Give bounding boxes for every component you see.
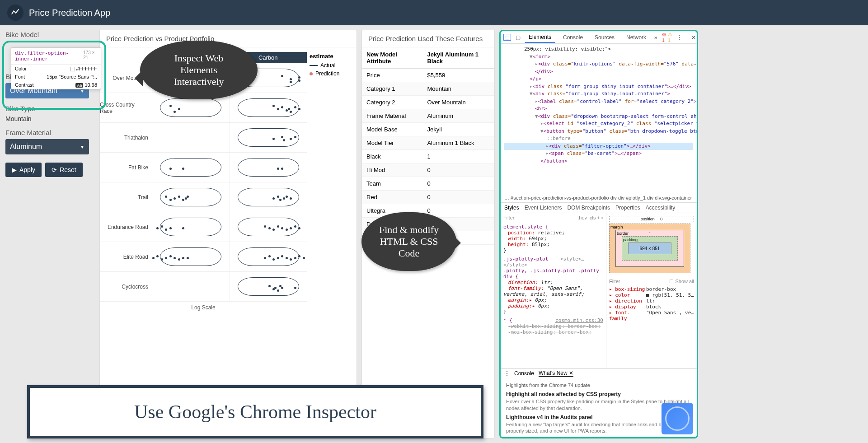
features-th-attribute: New Model Attribute: [362, 47, 422, 69]
annotation-banner: Use Google's Chrome Inspector: [27, 385, 483, 438]
chart-legend: estimate Actual Prediction: [307, 47, 357, 438]
subtab-styles[interactable]: Styles: [504, 205, 519, 211]
chart-row-label: Cyclocross: [100, 272, 152, 301]
table-row: Category 2Over Mountain: [362, 96, 494, 109]
devtools-dom-tree[interactable]: 250px; visibility: visible;"> ▼<form> ▸<…: [501, 44, 697, 193]
inspect-icon[interactable]: ⬚: [503, 34, 511, 41]
label-frame-material: Frame Material: [5, 129, 89, 136]
table-row: Red0: [362, 191, 494, 204]
chart-row-label: Trail: [100, 182, 152, 212]
x-axis-label: Log Scale: [100, 302, 307, 313]
styles-pane[interactable]: Filter:hov .cls + ▫ element.style { posi…: [501, 213, 606, 368]
annotation-bubble-modify: Find & modify HTML & CSS Code: [361, 212, 456, 271]
reset-button[interactable]: ⟳ Reset: [45, 163, 83, 177]
table-row: Hi Mod0: [362, 163, 494, 177]
label-bike-type: Bike Type: [5, 105, 89, 112]
chart-plot[interactable]: Aluminum Carbon Over MountainCross Count…: [100, 47, 307, 438]
devtools-toolbar: ⬚ ▢ Elements Console Sources Network » ⊗…: [501, 31, 697, 44]
computed-pane[interactable]: position 0 margin- border- padding- 694 …: [606, 213, 697, 368]
table-row: Frame MaterialAluminum: [362, 109, 494, 123]
dropdown-frame-material[interactable]: Aluminum ▼: [5, 139, 89, 154]
features-th-model: Jekyll Aluminum 1 Black: [422, 47, 494, 69]
value-bike-type: Mountain: [5, 115, 89, 122]
tab-console[interactable]: Console: [559, 33, 586, 42]
devtools-panel: ⬚ ▢ Elements Console Sources Network » ⊗…: [499, 30, 698, 438]
tab-network[interactable]: Network: [623, 33, 650, 42]
tab-elements[interactable]: Elements: [525, 32, 555, 43]
chart-row-label: Endurance Road: [100, 212, 152, 242]
subtab-accessibility[interactable]: Accessibility: [646, 205, 675, 211]
app-header: Price Prediction App: [0, 0, 868, 25]
table-row: Category 1Mountain: [362, 82, 494, 96]
chart-row-label: Triathalon: [100, 123, 152, 152]
app-logo-icon: [7, 5, 23, 21]
app-title: Price Prediction App: [29, 8, 110, 18]
more-tabs-icon[interactable]: »: [654, 34, 657, 41]
caret-icon: ▼: [80, 145, 84, 149]
console-drawer-bar[interactable]: ⋮ Console What's New ✕: [501, 368, 697, 378]
tab-sources[interactable]: Sources: [591, 33, 618, 42]
inspect-tooltip: div.filter-option-inner-inner173 × 21 Co…: [11, 47, 101, 89]
features-title: Price Prediction Used These Features: [362, 30, 494, 47]
table-row: Team0: [362, 177, 494, 191]
device-icon[interactable]: ▢: [516, 34, 521, 41]
dropdown-frame-material-value: Aluminum: [10, 143, 42, 151]
chart-row-label: Cross Country Race: [100, 93, 152, 122]
devtools-close-icon[interactable]: ✕: [690, 34, 698, 41]
subtab-event-listeners[interactable]: Event Listeners: [525, 205, 562, 211]
annotation-bubble-inspect: Inspect Web Elements Interactively: [140, 41, 258, 99]
whats-new-icon: [662, 403, 693, 434]
devtools-subtabs: Styles Event Listeners DOM Breakpoints P…: [501, 203, 697, 213]
chart-row-label: Elite Road: [100, 242, 152, 271]
warning-badge[interactable]: ⚠ 1: [668, 32, 672, 43]
box-model: margin- border- padding- 694 × 851: [609, 224, 690, 273]
table-row: Model TierAluminum 1 Black: [362, 136, 494, 150]
table-row: Model BaseJekyll: [362, 123, 494, 136]
error-badge[interactable]: ⊗ 1: [662, 32, 666, 43]
chart-row-label: Fat Bike: [100, 153, 152, 182]
devtools-menu-icon[interactable]: ⋮: [677, 34, 682, 41]
subtab-properties[interactable]: Properties: [615, 205, 640, 211]
subtab-dom-breakpoints[interactable]: DOM Breakpoints: [567, 205, 610, 211]
whats-new-panel: Highlights from the Chrome 74 update Hig…: [501, 378, 697, 437]
devtools-breadcrumbs[interactable]: … #section-price-prediction-vs-product-p…: [501, 193, 697, 203]
label-bike-model: Bike Model: [5, 31, 89, 38]
apply-button[interactable]: ▶ Apply: [5, 163, 42, 177]
table-row: Black1: [362, 150, 494, 163]
table-row: Price$5,559: [362, 69, 494, 82]
